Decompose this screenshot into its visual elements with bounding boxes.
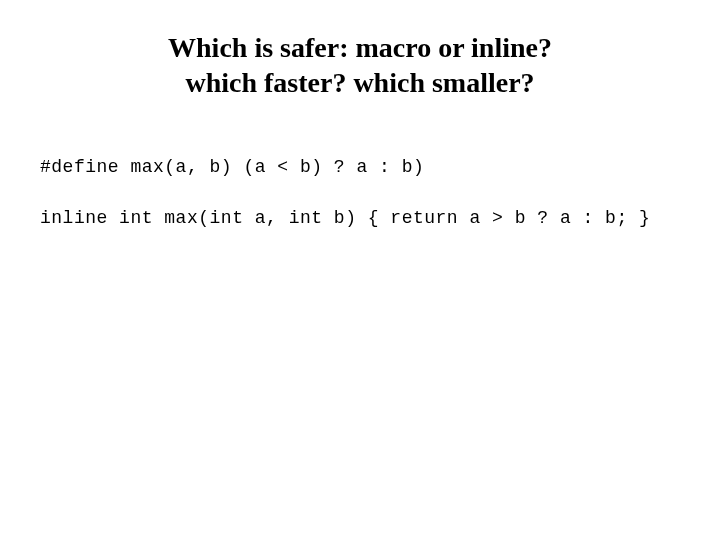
slide-title: Which is safer: macro or inline? which f… xyxy=(100,30,620,100)
code-line-macro: #define max(a, b) (a < b) ? a : b) xyxy=(40,155,680,180)
title-line-2: which faster? which smaller? xyxy=(100,65,620,100)
code-line-inline: inline int max(int a, int b) { return a … xyxy=(40,206,680,231)
title-line-1: Which is safer: macro or inline? xyxy=(100,30,620,65)
code-block: #define max(a, b) (a < b) ? a : b) inlin… xyxy=(40,155,680,231)
